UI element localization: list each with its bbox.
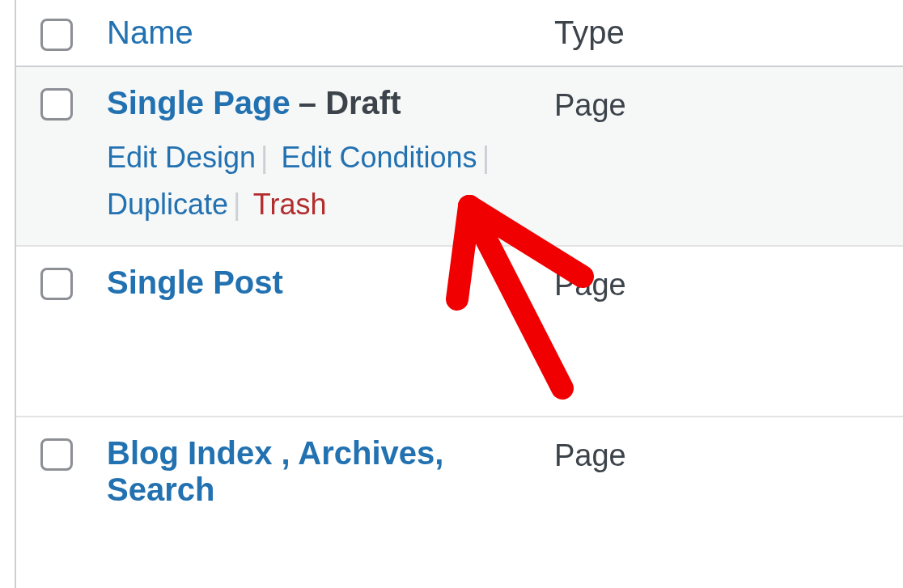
action-separator: |: [256, 141, 273, 174]
edit-design-link[interactable]: Edit Design: [107, 141, 256, 174]
type-cell: Page: [554, 435, 626, 473]
table-row: Single Page – Draft Edit Design| Edit Co…: [16, 67, 903, 247]
row-actions: Edit Design| Edit Conditions| Duplicate|…: [107, 134, 554, 227]
row-title-wrap: Single Page – Draft: [107, 85, 554, 121]
table-row: Single Post Page: [16, 247, 903, 417]
template-title-link[interactable]: Single Post: [107, 264, 283, 300]
column-header-type: Type: [554, 15, 625, 51]
template-list-table: Name Type Single Page – Draft Edit Desig…: [15, 0, 903, 588]
template-status: Draft: [325, 85, 401, 121]
duplicate-link[interactable]: Duplicate: [107, 188, 228, 221]
template-title-link[interactable]: Blog Index , Archives, Search: [107, 435, 443, 507]
action-separator: |: [477, 141, 494, 174]
name-cell: Blog Index , Archives, Search: [73, 435, 554, 508]
table-row: Blog Index , Archives, Search Page: [16, 417, 903, 526]
status-separator: –: [299, 85, 325, 121]
name-cell: Single Page – Draft Edit Design| Edit Co…: [73, 85, 554, 227]
row-checkbox[interactable]: [40, 438, 73, 471]
template-title-link[interactable]: Single Page: [107, 85, 290, 121]
row-checkbox[interactable]: [40, 268, 73, 300]
row-checkbox[interactable]: [40, 88, 73, 121]
type-cell: Page: [554, 264, 626, 302]
action-separator: |: [228, 188, 245, 221]
select-all-checkbox[interactable]: [40, 19, 73, 51]
name-cell: Single Post: [73, 264, 554, 301]
trash-link[interactable]: Trash: [253, 188, 327, 221]
edit-conditions-link[interactable]: Edit Conditions: [281, 141, 477, 174]
table-header-row: Name Type: [16, 0, 903, 67]
type-cell: Page: [554, 85, 626, 123]
column-header-name[interactable]: Name: [73, 15, 554, 51]
